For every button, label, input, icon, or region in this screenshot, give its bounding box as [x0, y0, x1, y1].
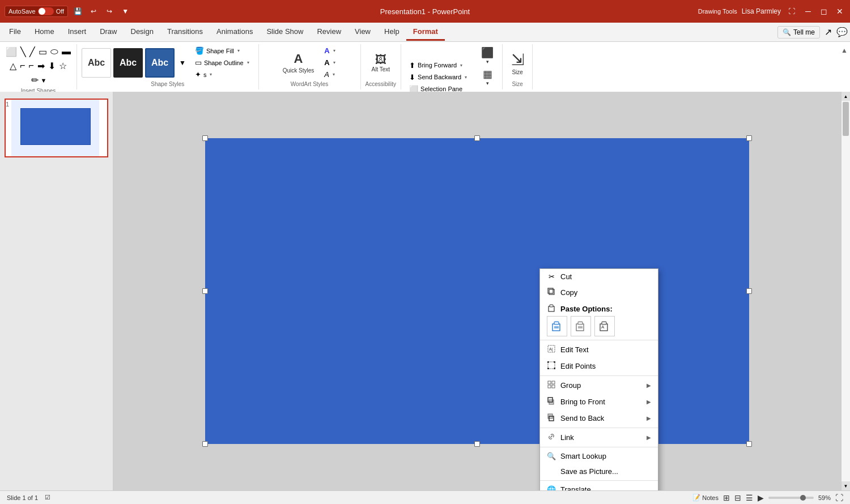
size-button[interactable]: ⇲ Size: [507, 48, 528, 78]
view-slide-sorter-btn[interactable]: ⊟: [734, 493, 741, 502]
group-button[interactable]: ▦ ▾: [477, 67, 498, 87]
scroll-up-button[interactable]: ▲: [842, 92, 850, 101]
shape-corner-icon[interactable]: ⌐: [28, 59, 35, 72]
view-reading-btn[interactable]: ☰: [746, 493, 753, 502]
zoom-thumb[interactable]: [800, 495, 806, 501]
undo-icon[interactable]: ↩: [87, 5, 100, 18]
paste-option-1[interactable]: [547, 316, 567, 336]
shape-effects-button[interactable]: ✦ s ▾: [192, 69, 254, 80]
tab-insert[interactable]: Insert: [61, 24, 94, 41]
shape-more-btn[interactable]: ▼: [41, 77, 47, 84]
send-backward-button[interactable]: ⬇ Send Backward ▾: [406, 72, 471, 83]
ctx-smart-lookup[interactable]: 🔍 Smart Lookup: [540, 449, 658, 464]
text-fill-button[interactable]: A ▾: [321, 45, 339, 56]
handle-middle-left[interactable]: [202, 288, 208, 294]
shape-ellipse-icon[interactable]: ⬭: [49, 45, 60, 58]
tab-review[interactable]: Review: [310, 24, 348, 41]
handle-top-center[interactable]: [474, 135, 480, 141]
handle-top-left[interactable]: [202, 135, 208, 141]
shape-style-1[interactable]: Abc: [82, 48, 111, 78]
canvas-area[interactable]: ✂ Cut Copy Paste Options:: [113, 92, 841, 490]
restore-button[interactable]: ◻: [818, 6, 830, 17]
autosave-badge[interactable]: AutoSave Off: [5, 6, 68, 17]
tab-home[interactable]: Home: [28, 24, 61, 41]
tab-design[interactable]: Design: [124, 24, 160, 41]
shape-effects-dropdown[interactable]: ▾: [209, 72, 213, 77]
minimize-button[interactable]: ─: [802, 6, 814, 17]
tab-slideshow[interactable]: Slide Show: [260, 24, 310, 41]
shape-style-2[interactable]: Abc: [113, 48, 143, 78]
handle-middle-right[interactable]: [746, 288, 752, 294]
fullscreen-icon[interactable]: ⛶: [785, 5, 798, 18]
paste-option-2[interactable]: [571, 316, 591, 336]
shape-fill-dropdown[interactable]: ▾: [236, 48, 241, 53]
zoom-slider[interactable]: [768, 497, 814, 499]
bring-forward-dropdown[interactable]: ▾: [459, 63, 464, 68]
tell-me-input[interactable]: 🔍 Tell me: [777, 26, 820, 39]
fit-to-window-btn[interactable]: ⛶: [835, 493, 843, 502]
send-backward-dropdown[interactable]: ▾: [464, 75, 468, 80]
ctx-translate[interactable]: 🌐 Translate: [540, 482, 658, 490]
customize-icon[interactable]: ▼: [119, 5, 131, 18]
tab-file[interactable]: File: [2, 24, 28, 41]
shape-diagonal-icon[interactable]: ╱: [28, 45, 36, 58]
ctx-send-to-back[interactable]: Send to Back ▶: [540, 410, 658, 426]
shape-line-icon[interactable]: ╲: [19, 45, 27, 58]
text-outline-button[interactable]: A ▾: [321, 57, 339, 68]
close-button[interactable]: ✕: [834, 6, 845, 17]
shape-wide-rect-icon[interactable]: ▬: [61, 45, 72, 58]
bring-forward-button[interactable]: ⬆ Bring Forward ▾: [406, 60, 471, 71]
scroll-thumb[interactable]: [843, 102, 849, 136]
shape-styles-expand[interactable]: ▼: [177, 58, 188, 68]
text-outline-dropdown[interactable]: ▾: [332, 60, 337, 65]
handle-bottom-center[interactable]: [474, 441, 480, 447]
view-slideshow-btn[interactable]: ▶: [758, 493, 764, 502]
handle-top-right[interactable]: [746, 135, 752, 141]
text-effects-button[interactable]: A ▾: [321, 69, 339, 80]
handle-bottom-right[interactable]: [746, 441, 752, 447]
ctx-save-as-picture[interactable]: Save as Picture...: [540, 464, 658, 479]
shape-star-icon[interactable]: ☆: [58, 59, 68, 72]
ctx-bring-to-front[interactable]: Bring to Front ▶: [540, 394, 658, 410]
paste-option-3[interactable]: A: [594, 316, 615, 336]
shape-l-icon[interactable]: ⌐: [19, 59, 26, 72]
shape-outline-button[interactable]: ▭ Shape Outline ▾: [192, 57, 254, 68]
shape-rounded-icon[interactable]: ▭: [37, 45, 48, 58]
vertical-scrollbar[interactable]: ▲ ▼: [841, 92, 850, 490]
ctx-group[interactable]: Group ▶: [540, 377, 658, 394]
align-button[interactable]: ⬛ ▾: [477, 45, 498, 66]
shape-outline-dropdown[interactable]: ▾: [246, 60, 250, 65]
ctx-copy[interactable]: Copy: [540, 284, 658, 301]
shape-fill-button[interactable]: 🪣 Shape Fill ▾: [192, 45, 254, 56]
shape-rect-icon[interactable]: ⬜: [5, 45, 18, 58]
shape-triangle-icon[interactable]: △: [8, 59, 18, 72]
text-fill-dropdown[interactable]: ▾: [332, 48, 337, 53]
scroll-track[interactable]: [842, 101, 850, 481]
shape-style-3[interactable]: Abc: [145, 48, 175, 78]
ctx-edit-points[interactable]: Edit Points: [540, 358, 658, 374]
alt-text-button[interactable]: 🖼 Alt Text: [368, 51, 394, 75]
text-effects-dropdown[interactable]: ▾: [332, 72, 336, 77]
ctx-cut[interactable]: ✂ Cut: [540, 269, 658, 284]
tab-transitions[interactable]: Transitions: [160, 24, 210, 41]
slide-1-thumb[interactable]: 1: [5, 99, 108, 157]
save-icon[interactable]: 💾: [71, 5, 84, 18]
share-icon[interactable]: ↗: [824, 27, 832, 37]
tab-draw[interactable]: Draw: [93, 24, 124, 41]
selected-shape[interactable]: [205, 138, 749, 444]
scroll-down-button[interactable]: ▼: [842, 481, 850, 490]
collapse-ribbon-btn[interactable]: ▲: [841, 46, 848, 54]
tab-view[interactable]: View: [348, 24, 377, 41]
autosave-toggle[interactable]: [38, 7, 54, 15]
shape-arrow-right-icon[interactable]: ➡: [36, 59, 46, 72]
view-normal-btn[interactable]: ⊞: [723, 493, 730, 502]
tab-animations[interactable]: Animations: [210, 24, 260, 41]
ctx-edit-text[interactable]: A| Edit Text: [540, 341, 658, 358]
tab-help[interactable]: Help: [377, 24, 406, 41]
comments-icon[interactable]: 💬: [836, 27, 848, 37]
handle-bottom-left[interactable]: [202, 441, 208, 447]
shape-edit-icon[interactable]: ✏: [30, 74, 40, 87]
redo-icon[interactable]: ↪: [103, 5, 116, 18]
shape-arrow-down-icon[interactable]: ⬇: [47, 59, 57, 72]
ctx-link[interactable]: Link ▶: [540, 429, 658, 446]
